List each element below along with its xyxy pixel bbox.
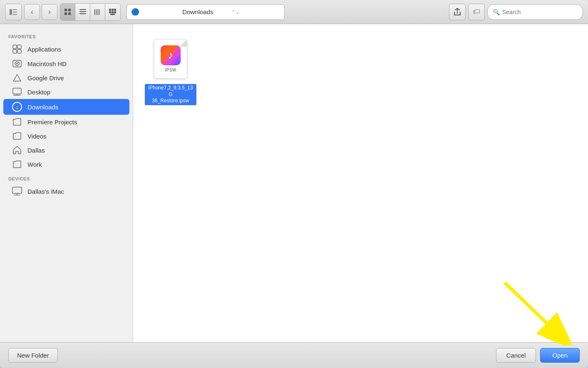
desktop-icon xyxy=(12,88,22,96)
navigation-buttons: ‹ › xyxy=(24,4,57,20)
file-dialog: ‹ › xyxy=(0,0,588,368)
sidebar-item-work[interactable]: Work xyxy=(3,157,129,171)
search-icon: 🔍 xyxy=(493,9,500,15)
svg-rect-18 xyxy=(112,11,114,13)
svg-rect-15 xyxy=(112,9,114,11)
svg-rect-9 xyxy=(79,11,86,12)
svg-rect-28 xyxy=(13,88,21,94)
svg-rect-12 xyxy=(97,9,97,15)
new-folder-button[interactable]: New Folder xyxy=(8,348,58,363)
svg-rect-10 xyxy=(79,13,86,14)
ipsw-file-icon: ♪ IPSW xyxy=(154,39,187,79)
favorites-section-title: Favorites xyxy=(0,34,133,42)
open-button[interactable]: Open xyxy=(540,348,580,363)
toolbar: ‹ › xyxy=(0,0,588,24)
svg-rect-6 xyxy=(65,12,67,15)
sidebar-item-dallas[interactable]: Dallas xyxy=(3,143,129,157)
sidebar-item-premiere-projects[interactable]: Premiere Projects xyxy=(3,115,129,129)
ipsw-type-label: IPSW xyxy=(165,68,176,72)
back-button[interactable]: ‹ xyxy=(24,4,40,20)
svg-rect-8 xyxy=(79,9,86,10)
dialog-buttons: Cancel Open xyxy=(496,348,580,363)
icon-view-button[interactable] xyxy=(60,4,75,20)
list-view-button[interactable] xyxy=(75,4,90,20)
svg-point-27 xyxy=(16,63,18,64)
google-drive-icon xyxy=(12,74,22,82)
premiere-projects-label: Premiere Projects xyxy=(27,119,77,126)
applications-label: Applications xyxy=(27,46,61,53)
cancel-button[interactable]: Cancel xyxy=(496,348,536,363)
tag-button[interactable]: 🏷 xyxy=(468,4,485,20)
dallas-label: Dallas xyxy=(27,147,45,154)
location-chevrons: ⌃⌄ xyxy=(231,9,280,15)
forward-button[interactable]: › xyxy=(42,4,57,20)
sidebar-item-applications[interactable]: Applications xyxy=(3,42,129,57)
svg-rect-24 xyxy=(17,49,21,53)
work-label: Work xyxy=(27,161,42,168)
svg-rect-22 xyxy=(17,45,21,49)
dallas-icon xyxy=(12,146,22,154)
file-icon-wrapper: ♪ IPSW xyxy=(150,36,191,82)
svg-rect-17 xyxy=(109,11,111,13)
svg-rect-7 xyxy=(68,12,71,15)
svg-rect-13 xyxy=(99,9,99,15)
premiere-projects-icon xyxy=(12,118,22,126)
sidebar-item-videos[interactable]: Videos xyxy=(3,129,129,143)
macintosh-hd-icon xyxy=(12,59,22,68)
file-name-label: iPhone7,2_9.3.5_13G36_Restore.ipsw xyxy=(145,84,196,105)
sidebar-toggle-button[interactable] xyxy=(5,4,22,20)
location-bar[interactable]: 🔵 Downloads ⌃⌄ xyxy=(127,4,285,20)
svg-rect-11 xyxy=(94,9,95,15)
svg-rect-14 xyxy=(109,9,111,11)
svg-rect-3 xyxy=(13,14,17,15)
svg-rect-2 xyxy=(13,12,17,12)
file-area: ♪ IPSW iPhone7,2_9.3.5_13G36_Restore.ips… xyxy=(133,24,588,342)
google-drive-label: Google Drive xyxy=(27,74,64,82)
downloads-icon: ↓ xyxy=(12,102,22,112)
sidebar-item-macintosh-hd[interactable]: Macintosh HD xyxy=(3,57,129,71)
search-bar[interactable]: 🔍 xyxy=(487,4,583,20)
view-mode-group xyxy=(60,3,121,21)
sidebar-item-dallas-imac[interactable]: Dallas's iMac xyxy=(3,184,129,199)
svg-rect-16 xyxy=(114,9,116,11)
downloads-label: Downloads xyxy=(27,104,58,111)
svg-rect-4 xyxy=(65,9,67,11)
sidebar: Favorites Applications xyxy=(0,24,133,342)
search-input[interactable] xyxy=(502,9,578,15)
dallas-imac-label: Dallas's iMac xyxy=(27,188,64,195)
svg-rect-23 xyxy=(13,49,17,53)
share-button[interactable] xyxy=(449,4,466,20)
list-item[interactable]: ♪ IPSW iPhone7,2_9.3.5_13G36_Restore.ips… xyxy=(141,32,200,109)
location-label: Downloads xyxy=(182,8,231,15)
location-folder-icon: 🔵 xyxy=(131,8,180,16)
desktop-label: Desktop xyxy=(27,89,50,96)
sidebar-item-downloads[interactable]: ↓ Downloads xyxy=(3,99,129,115)
content-area: Favorites Applications xyxy=(0,24,588,342)
svg-rect-29 xyxy=(12,187,22,193)
devices-section-title: Devices xyxy=(0,176,133,184)
applications-icon xyxy=(12,44,22,54)
videos-icon xyxy=(12,132,22,140)
svg-rect-20 xyxy=(110,14,115,15)
svg-rect-19 xyxy=(114,11,116,13)
sidebar-item-desktop[interactable]: Desktop xyxy=(3,85,129,99)
gallery-view-button[interactable] xyxy=(105,4,120,20)
svg-rect-5 xyxy=(68,9,71,11)
macintosh-hd-label: Macintosh HD xyxy=(27,60,67,67)
music-app-icon: ♪ xyxy=(161,45,181,65)
column-view-button[interactable] xyxy=(90,4,105,20)
dallas-imac-icon xyxy=(12,187,22,196)
bottom-bar: New Folder Cancel Open xyxy=(0,342,588,368)
svg-rect-1 xyxy=(13,9,17,10)
work-icon xyxy=(12,160,22,168)
videos-label: Videos xyxy=(27,133,47,140)
svg-rect-21 xyxy=(13,45,17,49)
svg-rect-0 xyxy=(10,9,12,15)
sidebar-item-google-drive[interactable]: Google Drive xyxy=(3,71,129,85)
